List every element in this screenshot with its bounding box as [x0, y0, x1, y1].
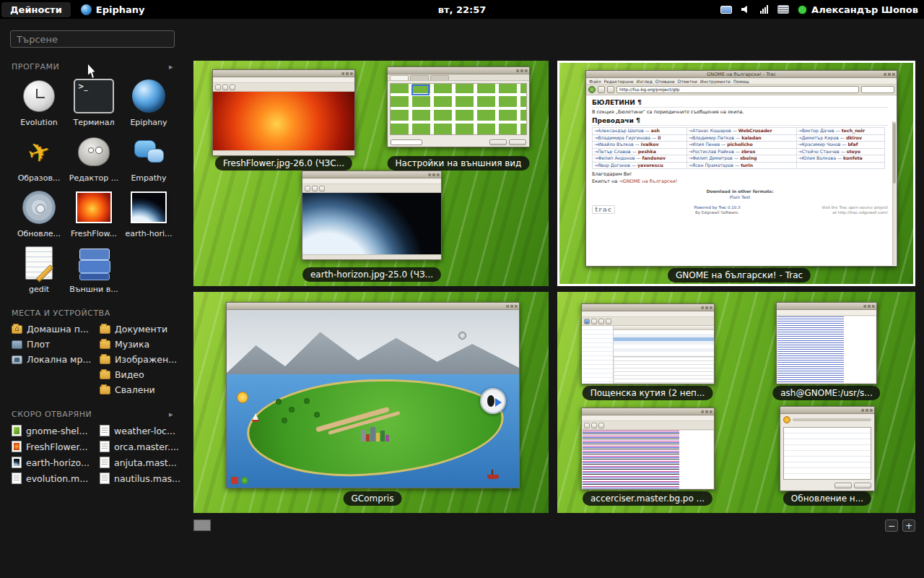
workspace-controls: − + — [885, 519, 915, 532]
recent-expand-icon[interactable]: ▸ — [169, 410, 173, 419]
gcompris-corner-icons[interactable] — [231, 477, 248, 484]
user-menu[interactable]: Александър Шопов — [798, 4, 918, 15]
recent-label: orca.master.... — [114, 441, 179, 452]
app-evolution[interactable]: Evolution — [12, 76, 66, 127]
building-shape — [366, 434, 370, 441]
tab-icon — [410, 75, 429, 80]
window-label: ash@GNOME:/usr/s... — [772, 386, 880, 400]
remove-workspace-button[interactable]: − — [885, 519, 898, 532]
image-file-icon — [12, 457, 22, 468]
display-icon[interactable] — [720, 6, 732, 14]
volume-icon[interactable] — [741, 5, 751, 14]
preview-pane — [614, 358, 713, 383]
workspace-2[interactable]: GNOME на български! - Trac Файл Редактир… — [557, 61, 915, 286]
recent-earth-horizon[interactable]: earth-horizo... — [12, 457, 88, 468]
translator-cell: →Филип Димитров — xboing — [687, 155, 796, 163]
recent-weather-loc[interactable]: weather-loc... — [100, 425, 176, 436]
app-empathy[interactable]: Empathy — [121, 131, 176, 183]
forward-button-icon[interactable] — [598, 86, 605, 93]
empathy-chat-icon — [128, 131, 169, 172]
tool-button-icon — [222, 85, 228, 90]
sailboat-icon — [253, 413, 258, 420]
window-freshflower[interactable] — [212, 69, 355, 156]
menubar — [213, 77, 354, 83]
window-browser-trac[interactable]: GNOME на български! - Trac Файл Редактир… — [585, 70, 897, 267]
translators-table: →Александър Шопов — ash →Атанас Кошаров … — [592, 127, 885, 169]
window-earth-horizon[interactable] — [302, 171, 442, 260]
app-earth-horizon[interactable]: earth-hori... — [121, 187, 176, 238]
window-gcompris[interactable] — [226, 302, 520, 488]
visit-note: Visit the Trac open source project at ht… — [819, 205, 888, 215]
place-network[interactable]: Локална мр... — [12, 354, 88, 365]
recent-label: weather-loc... — [114, 426, 175, 436]
place-videos[interactable]: Видео — [100, 369, 176, 380]
place-home[interactable]: Домашна п... — [12, 324, 88, 335]
place-pictures[interactable]: Изображен... — [100, 354, 176, 365]
translator-cell: →Ростислав Райков — zbrox — [687, 148, 796, 155]
workspace-1[interactable]: FreshFlower.jpg-26.0 (ЧЗС... Настройки н… — [193, 61, 549, 286]
activities-button[interactable]: Дейности — [1, 2, 71, 17]
scrollbar[interactable] — [892, 121, 896, 265]
keyboard-indicator-icon[interactable] — [777, 5, 789, 14]
app-menu[interactable]: Epiphany — [81, 4, 145, 15]
toolbar — [582, 317, 714, 326]
workspace-thumb-chip[interactable] — [193, 519, 211, 531]
browser-search-box[interactable] — [861, 86, 894, 93]
place-label: Документи — [115, 324, 167, 335]
translator-cell: →Юлия Волкова — konfeta — [796, 155, 884, 163]
workspace-3[interactable]: GCompris — [193, 292, 549, 513]
text-file-icon — [100, 473, 110, 484]
app-epiphany[interactable]: Epiphany — [121, 76, 176, 127]
recent-label: evolution.m... — [26, 473, 88, 484]
place-desktop[interactable]: Плот — [12, 339, 88, 350]
browser-menubar[interactable]: Файл Редактиране Изглед Отиване Отметки … — [586, 78, 897, 85]
tux-badge-icon[interactable] — [480, 388, 506, 414]
window-terminal[interactable] — [776, 302, 877, 384]
app-external-drives[interactable]: Външни в... — [66, 243, 121, 294]
app-update[interactable]: Обновле... — [12, 187, 66, 238]
signal-bar — [767, 5, 768, 14]
app-menu-label: Epiphany — [96, 4, 145, 15]
url-bar[interactable]: http://fsa-bg.org/project/gtp — [616, 86, 859, 93]
place-documents[interactable]: Документи — [100, 324, 176, 335]
translator-cell: →Ивайло Вълков — ivalkov — [593, 142, 687, 149]
recent-anjuta[interactable]: anjuta.mast... — [100, 457, 176, 468]
window-update-manager[interactable] — [780, 406, 875, 491]
window-buttons-icon — [341, 72, 353, 75]
place-downloads[interactable]: Свалени — [100, 384, 176, 395]
window-accerciser-po[interactable] — [581, 407, 715, 490]
clock[interactable]: вт, 22:57 — [438, 4, 487, 15]
powered-by-link[interactable]: Powered by Trac 0.10.3 — [694, 205, 741, 210]
scrollbar-thumb[interactable] — [893, 123, 896, 184]
app-terminal[interactable]: Терминал — [66, 76, 121, 127]
recent-orca[interactable]: orca.master.... — [100, 441, 176, 452]
workspace-4[interactable]: Пощенска кутия (2 неп... ash@GNOME:/usr/… — [557, 292, 915, 513]
statusbar — [302, 254, 441, 259]
recent-freshflower[interactable]: FreshFlower... — [12, 441, 88, 452]
app-gcompris[interactable]: Образов... — [12, 131, 66, 183]
reload-button-icon[interactable] — [607, 86, 614, 93]
gnome-bg-link[interactable]: →GNOME на български! — [619, 178, 677, 184]
programs-section-label: ПРОГРАМИ — [12, 62, 59, 72]
window-evolution-mail[interactable] — [581, 303, 715, 384]
tree-shape — [282, 418, 287, 423]
programs-expand-icon[interactable]: ▸ — [169, 62, 173, 72]
app-image-editor[interactable]: Редактор ... — [66, 131, 121, 183]
network-signal-icon[interactable] — [760, 5, 768, 14]
back-button-icon[interactable] — [588, 86, 596, 93]
recent-gnome-shell[interactable]: gnome-shel... — [12, 425, 88, 436]
plain-text-link[interactable]: Plain Text — [592, 194, 888, 199]
add-workspace-button[interactable]: + — [902, 519, 915, 532]
place-music[interactable]: Музика — [100, 339, 176, 350]
window-label: Настройки на външния вид — [388, 156, 530, 171]
app-gedit[interactable]: gedit — [12, 243, 66, 294]
window-label: GNOME на български! - Trac — [668, 268, 811, 282]
app-freshflower[interactable]: FreshFlow... — [66, 187, 121, 238]
tool-button-icon — [591, 319, 597, 324]
tab-icon — [390, 75, 409, 80]
recent-evolution-file[interactable]: evolution.m... — [12, 473, 88, 484]
window-appearance[interactable] — [387, 66, 530, 147]
search-input[interactable] — [10, 30, 175, 48]
epiphany-app-icon — [81, 4, 92, 15]
recent-nautilus[interactable]: nautilus.mas... — [100, 473, 176, 484]
